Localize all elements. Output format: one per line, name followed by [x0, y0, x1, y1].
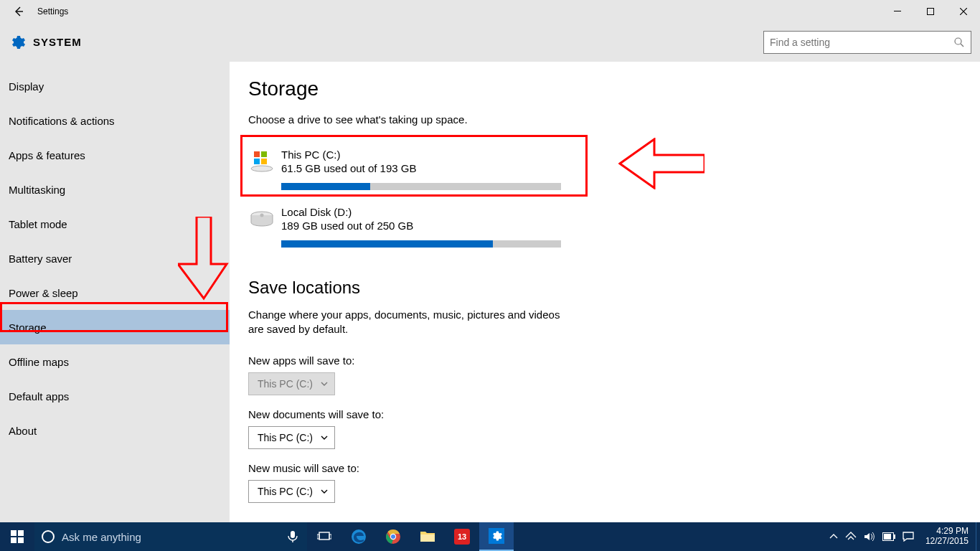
cortana-search[interactable]: Ask me anything	[34, 522, 278, 551]
folder-icon	[420, 530, 435, 543]
sidebar-item-storage[interactable]: Storage	[0, 310, 230, 344]
sidebar-item-about[interactable]: About	[0, 413, 230, 448]
drive-usage: 189 GB used out of 250 GB	[281, 220, 413, 232]
save-locations-title: Save locations	[248, 278, 980, 298]
usage-bar	[281, 240, 561, 248]
drive-usage: 61.5 GB used out of 193 GB	[281, 162, 416, 174]
svg-rect-4	[261, 151, 267, 157]
settings-search[interactable]	[763, 31, 971, 54]
chevron-down-icon	[320, 433, 329, 442]
taskbar-app-edge[interactable]	[341, 522, 376, 551]
cortana-hint: Ask me anything	[62, 531, 141, 543]
svg-rect-15	[319, 532, 329, 540]
start-button[interactable]	[0, 522, 34, 551]
taskbar-app-news[interactable]: 13	[445, 522, 479, 551]
svg-rect-11	[18, 530, 24, 536]
save-location-label: New music will save to:	[248, 462, 980, 474]
minimize-button[interactable]	[881, 0, 914, 23]
save-location-select[interactable]: This PC (C:)	[248, 426, 335, 449]
clock-time: 4:29 PM	[936, 527, 969, 537]
sidebar-item-default-apps[interactable]: Default apps	[0, 379, 230, 413]
taskbar-app-chrome[interactable]	[376, 522, 410, 551]
disk-icon	[248, 206, 275, 233]
sidebar-item-notifications-actions[interactable]: Notifications & actions	[0, 103, 230, 138]
drive-item[interactable]: Local Disk (D:)189 GB used out of 250 GB	[248, 199, 564, 256]
svg-rect-22	[420, 534, 435, 542]
select-value: This PC (C:)	[258, 378, 313, 390]
svg-rect-10	[11, 530, 17, 536]
battery-icon	[882, 532, 895, 541]
svg-rect-5	[254, 159, 260, 164]
disk-icon	[248, 149, 275, 176]
annotation-arrow-down-icon	[178, 217, 230, 301]
back-button[interactable]	[3, 0, 34, 23]
cortana-icon	[42, 530, 55, 543]
taskbar-clock[interactable]: 4:29 PM 12/27/2015	[918, 522, 976, 551]
cortana-mic-button[interactable]	[278, 522, 307, 551]
svg-rect-27	[884, 534, 891, 540]
svg-rect-1	[928, 9, 934, 15]
save-locations-desc: Change where your apps, documents, music…	[248, 308, 564, 337]
window-title: Settings	[37, 6, 68, 17]
sidebar-item-apps-features[interactable]: Apps & features	[0, 138, 230, 172]
svg-point-7	[251, 166, 273, 171]
task-view-button[interactable]	[307, 522, 341, 551]
save-location-group: New documents will save to:This PC (C:)	[248, 408, 980, 449]
taskbar: Ask me anything 13 4:29 PM 12/27/2015	[0, 522, 980, 551]
show-desktop-button[interactable]	[976, 522, 980, 551]
svg-rect-17	[329, 534, 331, 539]
close-button[interactable]	[947, 0, 980, 23]
svg-point-2	[955, 38, 961, 44]
select-value: This PC (C:)	[258, 432, 313, 443]
page-title: Storage	[248, 77, 980, 100]
svg-point-9	[260, 214, 264, 217]
settings-content: Storage Choose a drive to see what's tak…	[230, 62, 980, 522]
svg-rect-0	[894, 11, 901, 11]
task-view-icon	[317, 531, 331, 542]
settings-header: SYSTEM	[0, 23, 980, 62]
sidebar-item-display[interactable]: Display	[0, 69, 230, 103]
taskbar-app-settings[interactable]	[479, 522, 514, 551]
save-location-group: New apps will save to:This PC (C:)	[248, 354, 980, 395]
usage-bar	[281, 183, 561, 190]
svg-rect-16	[317, 534, 319, 539]
save-location-label: New documents will save to:	[248, 408, 980, 420]
search-icon	[953, 37, 965, 48]
svg-text:13: 13	[458, 532, 466, 541]
search-input[interactable]	[770, 37, 953, 48]
save-location-label: New apps will save to:	[248, 354, 980, 367]
svg-rect-3	[254, 151, 260, 157]
system-tray[interactable]	[825, 522, 918, 551]
save-location-select: This PC (C:)	[248, 372, 335, 395]
save-location-select[interactable]: This PC (C:)	[248, 480, 335, 503]
chevron-up-icon	[829, 532, 838, 541]
annotation-arrow-left-icon	[618, 138, 705, 189]
svg-rect-13	[18, 537, 24, 543]
drive-item[interactable]: This PC (C:)61.5 GB used out of 193 GB	[248, 141, 564, 199]
svg-rect-14	[291, 531, 295, 538]
close-icon	[960, 8, 967, 15]
news-icon: 13	[454, 529, 470, 545]
svg-rect-28	[894, 534, 895, 539]
clock-date: 12/27/2015	[925, 537, 969, 547]
minimize-icon	[894, 8, 901, 15]
chrome-icon	[385, 529, 401, 545]
chevron-down-icon	[320, 380, 329, 388]
svg-rect-12	[11, 537, 17, 543]
select-value: This PC (C:)	[258, 486, 313, 497]
maximize-icon	[927, 8, 934, 15]
svg-rect-6	[261, 159, 267, 164]
sidebar-item-multitasking[interactable]: Multitasking	[0, 172, 230, 207]
chevron-down-icon	[320, 487, 329, 496]
maximize-button[interactable]	[914, 0, 947, 23]
save-location-group: New music will save to:This PC (C:)	[248, 462, 980, 503]
edge-icon	[351, 529, 367, 545]
volume-icon	[864, 532, 875, 542]
drive-name: This PC (C:)	[281, 149, 416, 161]
window-titlebar: Settings	[0, 0, 980, 23]
section-title: SYSTEM	[33, 36, 82, 48]
sidebar-item-offline-maps[interactable]: Offline maps	[0, 344, 230, 379]
taskbar-app-file-explorer[interactable]	[410, 522, 445, 551]
windows-logo-icon	[11, 530, 24, 543]
svg-point-21	[391, 534, 395, 539]
